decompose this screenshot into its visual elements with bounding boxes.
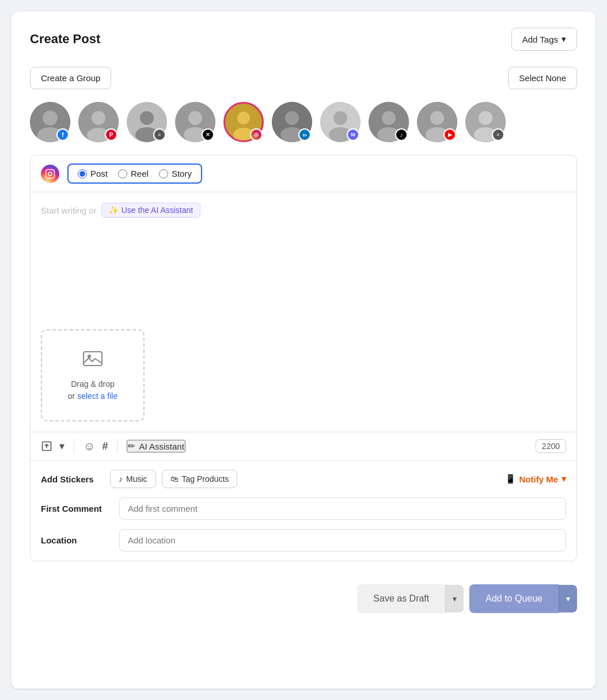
svg-rect-30 bbox=[46, 169, 55, 178]
header: Create Post Add Tags ▾ bbox=[30, 28, 577, 51]
svg-point-28 bbox=[479, 111, 492, 125]
create-group-button[interactable]: Create a Group bbox=[30, 67, 111, 89]
avatar-instagram[interactable]: ◎ bbox=[223, 102, 264, 142]
ai-assistant-toolbar-button[interactable]: ✏ AI Assistant bbox=[127, 440, 185, 452]
upload-dropdown-button[interactable]: ▾ bbox=[59, 440, 65, 452]
avatar-linkedin[interactable]: in bbox=[272, 102, 312, 142]
hashtag-icon: # bbox=[102, 440, 108, 452]
select-file-link[interactable]: select a file bbox=[77, 391, 117, 401]
toolbar-separator-2 bbox=[117, 439, 117, 453]
post-area: Post Reel Story Start writing or ✨ Use t… bbox=[30, 155, 577, 561]
first-comment-input[interactable] bbox=[119, 497, 566, 520]
svg-point-22 bbox=[382, 111, 396, 125]
instagram-icon bbox=[41, 165, 59, 183]
drag-drop-area[interactable]: Drag & drop or select a file bbox=[41, 329, 145, 421]
location-row: Location bbox=[41, 529, 566, 551]
ai-toolbar-label: AI Assistant bbox=[139, 442, 184, 451]
svg-point-19 bbox=[333, 111, 347, 125]
reel-radio[interactable] bbox=[118, 169, 127, 178]
notify-me-button[interactable]: 📱 Notify Me ▾ bbox=[505, 474, 567, 484]
gl2-badge-icon: ≡ bbox=[492, 128, 504, 141]
ai-btn-label: Use the AI Assistant bbox=[122, 206, 194, 215]
avatar-google2[interactable]: ≡ bbox=[465, 102, 506, 142]
post-option[interactable]: Post bbox=[78, 169, 108, 178]
story-option[interactable]: Story bbox=[159, 169, 192, 178]
music-button[interactable]: ♪ Music bbox=[110, 470, 156, 488]
tt-badge-icon: ♪ bbox=[395, 128, 408, 141]
gl-badge-icon: ≡ bbox=[153, 128, 166, 141]
text-content-area[interactable]: Start writing or ✨ Use the AI Assistant bbox=[31, 192, 576, 319]
dropdown-arrow-icon: ▾ bbox=[59, 440, 65, 452]
location-label: Location bbox=[41, 535, 110, 545]
pi-badge-icon: P bbox=[105, 128, 117, 141]
first-comment-row: First Comment bbox=[41, 497, 566, 520]
save-draft-dropdown-button[interactable]: ▾ bbox=[445, 585, 464, 612]
reel-label: Reel bbox=[131, 169, 149, 178]
write-placeholder: Start writing or ✨ Use the AI Assistant bbox=[41, 203, 566, 218]
emoji-button[interactable]: ☺ bbox=[84, 440, 95, 453]
add-tags-arrow-icon: ▾ bbox=[562, 34, 566, 44]
music-label: Music bbox=[126, 474, 147, 484]
avatar-mastodon[interactable]: M bbox=[320, 102, 361, 142]
ma-badge-icon: M bbox=[347, 128, 359, 141]
notify-arrow-icon: ▾ bbox=[562, 474, 566, 484]
location-input[interactable] bbox=[119, 529, 566, 551]
tag-products-icon: 🛍 bbox=[170, 474, 179, 484]
top-row: Create a Group Select None bbox=[30, 67, 577, 89]
placeholder-text: Start writing or bbox=[41, 206, 97, 215]
upload-button[interactable] bbox=[41, 440, 52, 452]
bottom-options: Add Stickers ♪ Music 🛍 Tag Products 📱 No… bbox=[31, 460, 576, 561]
avatar-youtube[interactable]: ▶ bbox=[417, 102, 457, 142]
yt-badge-icon: ▶ bbox=[443, 128, 456, 141]
svg-point-13 bbox=[237, 112, 250, 124]
add-to-queue-button[interactable]: Add to Queue bbox=[469, 584, 559, 613]
svg-point-16 bbox=[285, 111, 299, 125]
svg-rect-33 bbox=[84, 352, 102, 366]
post-type-selector: Post Reel Story bbox=[67, 163, 202, 184]
first-comment-label: First Comment bbox=[41, 504, 110, 513]
li-badge-icon: in bbox=[298, 128, 311, 141]
save-draft-arrow-icon: ▾ bbox=[453, 594, 457, 603]
post-label: Post bbox=[90, 169, 108, 178]
emoji-icon: ☺ bbox=[84, 440, 95, 453]
save-draft-button[interactable]: Save as Draft bbox=[357, 584, 445, 613]
ai-assistant-button[interactable]: ✨ Use the AI Assistant bbox=[101, 203, 201, 218]
svg-point-25 bbox=[430, 111, 444, 125]
post-type-row: Post Reel Story bbox=[31, 155, 576, 192]
post-radio[interactable] bbox=[78, 169, 87, 178]
editor-toolbar: ▾ ☺ # ✏ AI Assistant 2200 bbox=[31, 432, 576, 460]
avatars-row: f P ≡ ✕ ◎ bbox=[30, 102, 577, 142]
add-to-queue-dropdown-button[interactable]: ▾ bbox=[559, 585, 577, 612]
fb-badge-icon: f bbox=[56, 128, 69, 141]
notify-label: Notify Me bbox=[519, 474, 559, 484]
image-upload-icon bbox=[82, 348, 103, 374]
add-queue-arrow-icon: ▾ bbox=[566, 594, 570, 603]
music-icon: ♪ bbox=[119, 474, 123, 484]
select-none-button[interactable]: Select None bbox=[508, 67, 577, 89]
stickers-label: Add Stickers bbox=[41, 474, 104, 484]
story-radio[interactable] bbox=[159, 169, 168, 178]
svg-point-31 bbox=[48, 172, 52, 176]
notify-icon: 📱 bbox=[505, 474, 516, 484]
reel-option[interactable]: Reel bbox=[118, 169, 149, 178]
svg-point-32 bbox=[52, 171, 53, 172]
svg-point-4 bbox=[92, 111, 105, 125]
drag-drop-text: Drag & drop or select a file bbox=[68, 378, 117, 402]
avatar-facebook[interactable]: f bbox=[30, 102, 70, 142]
story-label: Story bbox=[172, 169, 192, 178]
ai-toolbar-icon: ✏ bbox=[128, 441, 135, 451]
tag-products-button[interactable]: 🛍 Tag Products bbox=[162, 470, 238, 488]
x-badge-icon: ✕ bbox=[202, 128, 214, 141]
ig-badge-icon: ◎ bbox=[250, 128, 263, 141]
hashtag-button[interactable]: # bbox=[102, 440, 108, 452]
avatar-google[interactable]: ≡ bbox=[127, 102, 167, 142]
avatar-pinterest[interactable]: P bbox=[78, 102, 119, 142]
footer: Save as Draft ▾ Add to Queue ▾ bbox=[30, 584, 577, 613]
tag-products-label: Tag Products bbox=[182, 474, 229, 484]
svg-point-1 bbox=[43, 111, 58, 125]
avatar-x[interactable]: ✕ bbox=[175, 102, 215, 142]
stickers-row: Add Stickers ♪ Music 🛍 Tag Products 📱 No… bbox=[41, 470, 566, 488]
avatar-tiktok[interactable]: ♪ bbox=[369, 102, 409, 142]
page-title: Create Post bbox=[30, 32, 100, 47]
add-tags-button[interactable]: Add Tags ▾ bbox=[511, 28, 577, 51]
